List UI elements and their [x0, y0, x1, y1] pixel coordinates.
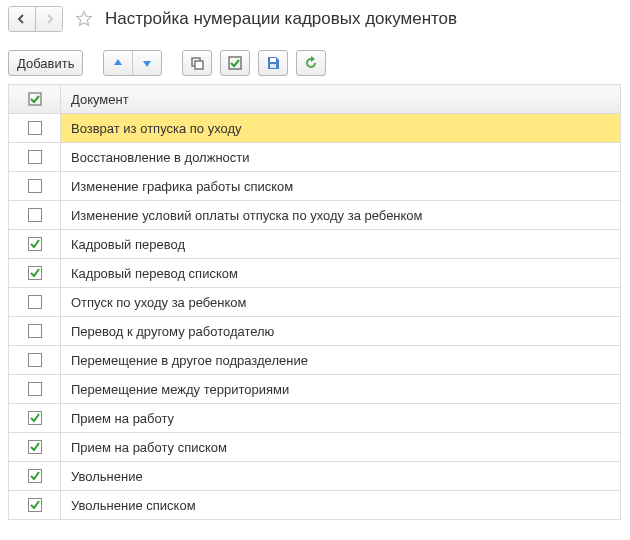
- row-checkbox[interactable]: [28, 382, 42, 396]
- refresh-icon: [303, 55, 319, 71]
- table-row[interactable]: Увольнение: [9, 462, 621, 491]
- move-up-button[interactable]: [104, 51, 132, 75]
- row-checkbox[interactable]: [28, 353, 42, 367]
- row-check-cell[interactable]: [9, 143, 61, 172]
- svg-rect-4: [270, 64, 276, 68]
- checkmark-icon: [29, 267, 41, 279]
- table-row[interactable]: Перемещение между территориями: [9, 375, 621, 404]
- save-button[interactable]: [258, 50, 288, 76]
- row-document-cell[interactable]: Перемещение между территориями: [61, 375, 621, 404]
- row-document-cell[interactable]: Увольнение списком: [61, 491, 621, 520]
- row-document-name: Перемещение между территориями: [71, 382, 289, 397]
- favorite-button[interactable]: [73, 8, 95, 30]
- row-checkbox[interactable]: [28, 324, 42, 338]
- row-document-name: Изменение графика работы списком: [71, 179, 293, 194]
- row-check-cell[interactable]: [9, 404, 61, 433]
- svg-rect-2: [229, 57, 241, 69]
- move-down-button[interactable]: [132, 51, 161, 75]
- row-check-cell[interactable]: [9, 114, 61, 143]
- arrow-left-icon: [16, 13, 28, 25]
- checkmark-icon: [29, 238, 41, 250]
- table-row[interactable]: Возврат из отпуска по уходу: [9, 114, 621, 143]
- table-row[interactable]: Кадровый перевод: [9, 230, 621, 259]
- documents-table: Документ Возврат из отпуска по уходуВосс…: [8, 84, 621, 520]
- row-checkbox[interactable]: [28, 179, 42, 193]
- table-row[interactable]: Изменение условий оплаты отпуска по уход…: [9, 201, 621, 230]
- row-document-name: Кадровый перевод: [71, 237, 185, 252]
- row-checkbox[interactable]: [28, 411, 42, 425]
- row-checkbox[interactable]: [28, 208, 42, 222]
- check-all-header-icon: [27, 91, 43, 107]
- table-row[interactable]: Восстановление в должности: [9, 143, 621, 172]
- back-button[interactable]: [9, 7, 35, 31]
- row-document-name: Изменение условий оплаты отпуска по уход…: [71, 208, 423, 223]
- row-checkbox[interactable]: [28, 266, 42, 280]
- table-row[interactable]: Прием на работу: [9, 404, 621, 433]
- header-document-cell[interactable]: Документ: [61, 85, 621, 114]
- row-check-cell[interactable]: [9, 172, 61, 201]
- row-check-cell[interactable]: [9, 433, 61, 462]
- row-check-cell[interactable]: [9, 375, 61, 404]
- row-document-name: Отпуск по уходу за ребенком: [71, 295, 246, 310]
- table-header-row: Документ: [9, 85, 621, 114]
- row-check-cell[interactable]: [9, 317, 61, 346]
- row-checkbox[interactable]: [28, 150, 42, 164]
- row-check-cell[interactable]: [9, 288, 61, 317]
- forward-button[interactable]: [35, 7, 62, 31]
- table-row[interactable]: Кадровый перевод списком: [9, 259, 621, 288]
- row-checkbox[interactable]: [28, 295, 42, 309]
- copy-button[interactable]: [182, 50, 212, 76]
- add-button-label: Добавить: [17, 56, 74, 71]
- row-document-name: Увольнение списком: [71, 498, 196, 513]
- row-document-name: Кадровый перевод списком: [71, 266, 238, 281]
- row-document-cell[interactable]: Возврат из отпуска по уходу: [61, 114, 621, 143]
- floppy-icon: [265, 55, 281, 71]
- row-document-cell[interactable]: Кадровый перевод: [61, 230, 621, 259]
- row-check-cell[interactable]: [9, 201, 61, 230]
- checkmark-icon: [29, 412, 41, 424]
- table-row[interactable]: Перемещение в другое подразделение: [9, 346, 621, 375]
- row-document-cell[interactable]: Перевод к другому работодателю: [61, 317, 621, 346]
- row-checkbox[interactable]: [28, 498, 42, 512]
- row-check-cell[interactable]: [9, 462, 61, 491]
- table-row[interactable]: Прием на работу списком: [9, 433, 621, 462]
- arrow-right-icon: [43, 13, 55, 25]
- row-document-cell[interactable]: Кадровый перевод списком: [61, 259, 621, 288]
- row-check-cell[interactable]: [9, 491, 61, 520]
- table-row[interactable]: Изменение графика работы списком: [9, 172, 621, 201]
- row-checkbox[interactable]: [28, 237, 42, 251]
- row-document-cell[interactable]: Прием на работу списком: [61, 433, 621, 462]
- row-check-cell[interactable]: [9, 259, 61, 288]
- row-document-cell[interactable]: Изменение графика работы списком: [61, 172, 621, 201]
- row-document-cell[interactable]: Изменение условий оплаты отпуска по уход…: [61, 201, 621, 230]
- row-document-cell[interactable]: Перемещение в другое подразделение: [61, 346, 621, 375]
- checkmark-icon: [29, 470, 41, 482]
- row-document-cell[interactable]: Увольнение: [61, 462, 621, 491]
- select-all-button[interactable]: [220, 50, 250, 76]
- refresh-button[interactable]: [296, 50, 326, 76]
- row-checkbox[interactable]: [28, 440, 42, 454]
- row-document-name: Перевод к другому работодателю: [71, 324, 274, 339]
- row-document-cell[interactable]: Восстановление в должности: [61, 143, 621, 172]
- table-row[interactable]: Отпуск по уходу за ребенком: [9, 288, 621, 317]
- row-document-cell[interactable]: Прием на работу: [61, 404, 621, 433]
- row-document-cell[interactable]: Отпуск по уходу за ребенком: [61, 288, 621, 317]
- table-row[interactable]: Увольнение списком: [9, 491, 621, 520]
- row-check-cell[interactable]: [9, 230, 61, 259]
- row-document-name: Возврат из отпуска по уходу: [71, 121, 242, 136]
- header-document-label: Документ: [71, 92, 129, 107]
- header-check-cell[interactable]: [9, 85, 61, 114]
- svg-rect-3: [270, 58, 276, 62]
- star-icon: [74, 9, 94, 29]
- row-document-name: Восстановление в должности: [71, 150, 250, 165]
- add-button[interactable]: Добавить: [8, 50, 83, 76]
- checkmark-icon: [29, 499, 41, 511]
- row-document-name: Прием на работу списком: [71, 440, 227, 455]
- row-check-cell[interactable]: [9, 346, 61, 375]
- row-checkbox[interactable]: [28, 469, 42, 483]
- check-all-icon: [227, 55, 243, 71]
- row-checkbox[interactable]: [28, 121, 42, 135]
- table-row[interactable]: Перевод к другому работодателю: [9, 317, 621, 346]
- arrow-up-icon: [111, 56, 125, 70]
- row-document-name: Прием на работу: [71, 411, 174, 426]
